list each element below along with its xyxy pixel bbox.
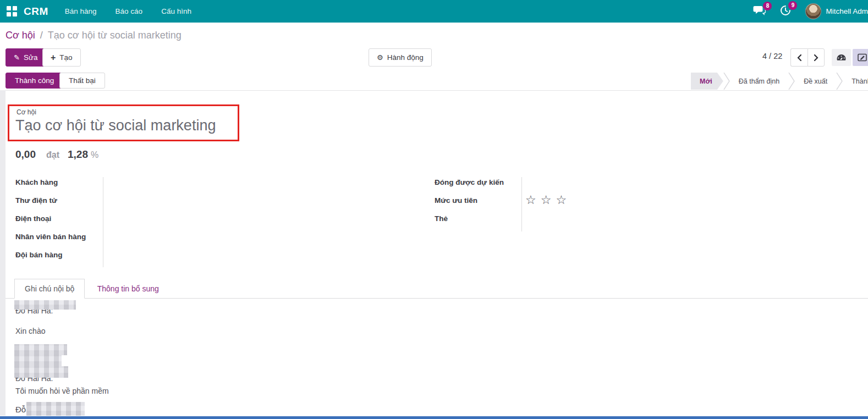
- crm-form-page: CRM Bán hàng Báo cáo Cấu hình 8 9 Mitche…: [0, 0, 868, 419]
- form-edit-icon: [858, 53, 867, 62]
- field-label-sales-team: Đội bán hàng: [15, 251, 86, 269]
- priority-star-icon[interactable]: ☆: [556, 193, 571, 207]
- field-separator-right: [521, 177, 522, 231]
- field-label-salesperson: Nhân viên bán hàng: [15, 233, 86, 251]
- redaction-block: [14, 344, 67, 355]
- tab-internal-notes[interactable]: Ghi chú nội bộ: [14, 279, 85, 299]
- nav-item-sales[interactable]: Bán hàng: [65, 7, 97, 15]
- apps-grid-icon[interactable]: [7, 6, 17, 16]
- app-name[interactable]: CRM: [24, 5, 48, 18]
- redaction-block: [14, 300, 76, 310]
- activities-badge: 9: [788, 1, 797, 10]
- activities-button[interactable]: 9: [780, 5, 791, 18]
- pencil-icon: ✎: [14, 53, 20, 62]
- field-label-email: Thư điện tử: [15, 196, 86, 214]
- redaction-block: [26, 402, 85, 416]
- action-button[interactable]: ⚙ Hành động: [369, 48, 432, 67]
- edit-button[interactable]: ✎ Sửa: [6, 48, 46, 67]
- user-name[interactable]: Mitchell Adm: [826, 7, 868, 15]
- notebook-tabs: Ghi chú nội bộ Thông tin bổ sung: [6, 279, 868, 299]
- window-bottom-edge: [0, 416, 868, 419]
- expected-revenue-value: 0,00: [15, 148, 36, 161]
- stage-separator-icon: [788, 73, 795, 90]
- top-navbar: CRM Bán hàng Báo cáo Cấu hình 8 9 Mitche…: [0, 0, 868, 23]
- tachometer-icon: [836, 53, 847, 62]
- field-label-priority: Mức ưu tiên: [435, 196, 504, 214]
- probability-value: 1,28: [68, 148, 88, 161]
- chevron-right-icon: [814, 54, 819, 62]
- field-separator-left: [103, 177, 103, 267]
- breadcrumb-separator: /: [40, 30, 43, 41]
- edit-button-label: Sửa: [24, 53, 38, 62]
- note-name-line-3: Đỗ: [15, 405, 26, 414]
- statusbar: Thành công Thất bại Mới Đã thẩm định Đề …: [0, 73, 868, 91]
- stage-separator-icon: [723, 73, 730, 90]
- nav-item-reporting[interactable]: Báo cáo: [116, 7, 143, 15]
- stage-item-new[interactable]: Mới: [691, 73, 723, 90]
- note-question: Tôi muốn hỏi về phần mềm: [15, 387, 109, 395]
- nav-menu: Bán hàng Báo cáo Cấu hình: [65, 7, 191, 15]
- pager-next-button[interactable]: [807, 48, 825, 67]
- messages-badge: 8: [763, 2, 772, 10]
- chevron-left-icon: [796, 54, 802, 62]
- pager: [790, 48, 825, 67]
- field-label-tags: Thẻ: [435, 214, 504, 233]
- plus-icon: +: [51, 53, 56, 63]
- priority-stars: ☆☆☆: [525, 193, 571, 207]
- create-button[interactable]: + Tạo: [42, 48, 81, 67]
- tab-extra-info[interactable]: Thông tin bổ sung: [87, 279, 169, 299]
- action-button-label: Hành động: [387, 53, 424, 62]
- breadcrumb-link-opportunities[interactable]: Cơ hội: [6, 30, 35, 41]
- create-button-label: Tạo: [59, 53, 72, 62]
- priority-star-icon[interactable]: ☆: [525, 193, 541, 207]
- stage-separator-icon: [836, 73, 843, 90]
- page-left-gutter: [0, 90, 6, 416]
- priority-star-icon[interactable]: ☆: [541, 193, 556, 207]
- stage-item-won[interactable]: Thành công: [843, 73, 868, 90]
- field-group-left: Khách hàng Thư điện tử Điện thoại Nhân v…: [15, 178, 86, 269]
- note-greeting: Xin chào: [15, 327, 45, 335]
- navbar-right: 8 9 Mitchell Adm: [753, 0, 868, 23]
- breadcrumb: Cơ hội / Tạo cơ hội từ social marketing: [6, 30, 182, 41]
- field-label-expected-closing: Đóng được dự kiến: [435, 178, 504, 196]
- pager-value[interactable]: 4 / 22: [762, 52, 782, 60]
- pager-prev-button[interactable]: [790, 48, 807, 67]
- user-avatar[interactable]: [805, 3, 821, 19]
- stage-item-qualified[interactable]: Đã thẩm định: [730, 73, 788, 90]
- revenue-separator-label: đạt: [46, 150, 59, 160]
- redaction-block: [14, 355, 62, 366]
- breadcrumb-current: Tạo cơ hội từ social marketing: [48, 30, 182, 41]
- form-view-button[interactable]: [853, 49, 868, 66]
- gear-icon: ⚙: [377, 53, 383, 62]
- mark-lost-button[interactable]: Thất bại: [59, 73, 105, 89]
- redaction-block: [14, 366, 68, 378]
- opportunity-title: Tạo cơ hội từ social marketing: [15, 117, 216, 134]
- field-group-right: Đóng được dự kiến Mức ưu tiên Thẻ: [435, 178, 504, 233]
- messages-button[interactable]: 8: [753, 5, 766, 18]
- revenue-row: 0,00 đạt 1,28 %: [15, 148, 98, 161]
- stage-pipeline: Mới Đã thẩm định Đề xuất Thành công: [691, 73, 868, 90]
- opportunity-label: Cơ hội: [17, 108, 36, 116]
- dashboard-view-button[interactable]: [832, 49, 851, 66]
- stage-item-proposition[interactable]: Đề xuất: [795, 73, 836, 90]
- field-label-phone: Điện thoại: [15, 214, 86, 233]
- mark-won-button[interactable]: Thành công: [6, 73, 63, 89]
- percent-sign: %: [91, 150, 98, 160]
- nav-item-configuration[interactable]: Cấu hình: [161, 7, 191, 15]
- field-label-customer: Khách hàng: [15, 178, 86, 196]
